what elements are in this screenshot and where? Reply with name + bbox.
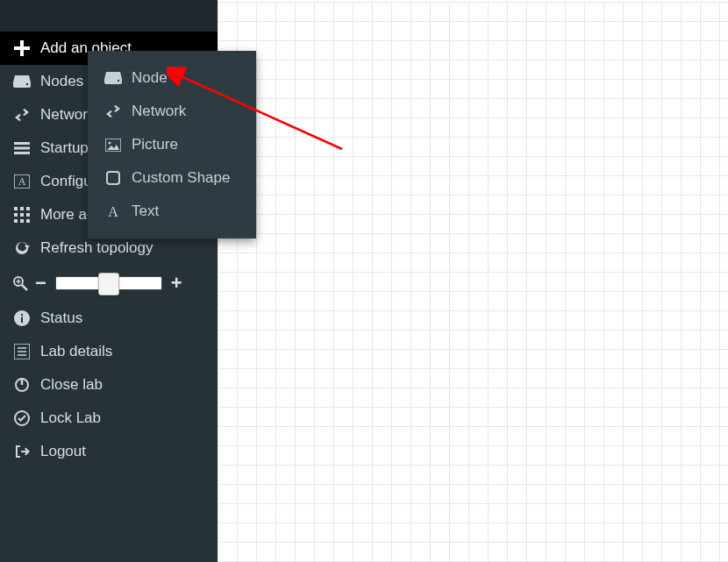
- submenu-item-label: Network: [132, 103, 186, 120]
- svg-rect-15: [20, 219, 24, 223]
- svg-point-2: [26, 83, 28, 85]
- details-list-icon: [12, 344, 32, 359]
- svg-rect-4: [14, 147, 30, 150]
- sidebar-top-band: [0, 0, 218, 32]
- power-icon: [12, 377, 32, 393]
- submenu-item-label: Text: [132, 203, 159, 220]
- svg-rect-3: [14, 142, 30, 145]
- zoom-out-button[interactable]: −: [30, 272, 52, 295]
- sidebar-item-label: Refresh topology: [40, 239, 153, 257]
- submenu-item-label: Custom Shape: [132, 169, 230, 187]
- plus-icon: [12, 40, 32, 56]
- hdd-icon: [103, 72, 123, 84]
- check-circle-icon: [12, 410, 32, 426]
- submenu-item-text[interactable]: A Text: [88, 195, 256, 228]
- list-icon: [12, 142, 32, 154]
- svg-rect-9: [20, 207, 24, 210]
- hdd-icon: [12, 75, 32, 88]
- logout-icon: [12, 444, 32, 459]
- zoom-icon: [11, 275, 30, 291]
- sidebar-item-label: Lock Lab: [40, 409, 101, 427]
- submenu-item-node[interactable]: Node: [88, 61, 256, 95]
- svg-point-33: [109, 141, 111, 144]
- shape-icon: [103, 171, 123, 185]
- add-object-submenu: Node Network Picture Custom Shape A Text: [88, 51, 256, 238]
- submenu-item-network[interactable]: Network: [88, 95, 256, 128]
- svg-rect-8: [14, 207, 18, 210]
- sidebar-item-logout[interactable]: Logout: [0, 435, 218, 468]
- zoom-in-button[interactable]: +: [166, 272, 188, 295]
- svg-rect-22: [21, 317, 23, 324]
- zoom-slider[interactable]: [55, 276, 162, 290]
- sidebar-item-label: Status: [40, 309, 82, 327]
- sidebar-item-label: Nodes: [40, 73, 83, 90]
- font-icon: A: [103, 204, 123, 218]
- svg-point-31: [118, 80, 119, 82]
- submenu-item-picture[interactable]: Picture: [88, 128, 256, 161]
- svg-line-18: [22, 285, 27, 290]
- network-arrows-icon: [103, 105, 123, 117]
- submenu-item-label: Picture: [132, 136, 178, 153]
- svg-rect-16: [26, 219, 30, 223]
- font-icon: A: [12, 174, 32, 189]
- sidebar-item-label: Lab details: [40, 343, 112, 360]
- svg-rect-10: [26, 207, 30, 210]
- picture-icon: [103, 139, 123, 152]
- submenu-item-label: Node: [132, 69, 168, 87]
- network-arrows-icon: [12, 109, 32, 121]
- sidebar-item-label: Close lab: [40, 376, 103, 394]
- svg-rect-1: [14, 46, 30, 50]
- zoom-slider-thumb[interactable]: [98, 273, 119, 295]
- info-icon: [12, 310, 32, 326]
- svg-text:A: A: [108, 204, 118, 218]
- sidebar-item-lock-lab[interactable]: Lock Lab: [0, 402, 218, 435]
- svg-rect-11: [14, 213, 18, 217]
- topology-canvas[interactable]: [218, 2, 728, 562]
- svg-rect-12: [20, 213, 24, 217]
- sidebar-item-label: Logout: [40, 443, 86, 460]
- refresh-icon: [12, 240, 32, 256]
- submenu-item-custom-shape[interactable]: Custom Shape: [88, 161, 256, 195]
- svg-rect-34: [107, 172, 119, 184]
- svg-point-23: [21, 314, 23, 316]
- sidebar-item-status[interactable]: Status: [0, 302, 218, 335]
- svg-rect-14: [14, 219, 18, 223]
- sidebar-item-lab-details[interactable]: Lab details: [0, 335, 218, 368]
- svg-text:A: A: [18, 175, 26, 188]
- svg-rect-5: [14, 152, 30, 154]
- sidebar-item-close-lab[interactable]: Close lab: [0, 368, 218, 402]
- svg-rect-13: [26, 213, 30, 217]
- zoom-controls: − +: [0, 265, 218, 302]
- grid-icon: [12, 207, 32, 223]
